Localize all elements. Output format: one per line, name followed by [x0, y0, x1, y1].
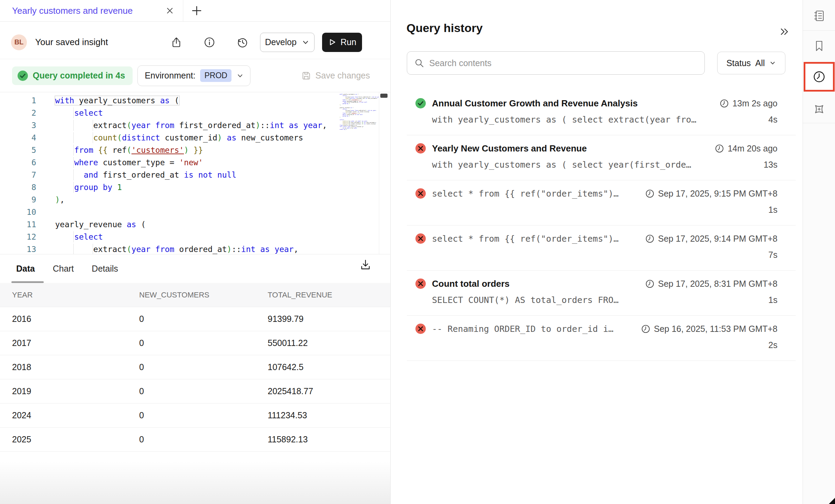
query-history-item[interactable]: Annual Customer Growth and Revenue Analy…: [407, 90, 796, 135]
table-cell: 111234.53: [268, 410, 390, 420]
code-line[interactable]: 2 select: [0, 107, 379, 119]
save-icon: [301, 71, 311, 81]
chevron-down-icon: [301, 38, 310, 46]
code-line[interactable]: 11yearly_revenue as (: [0, 218, 379, 231]
develop-dropdown[interactable]: Develop: [260, 33, 315, 52]
table-header-row: YEARNEW_CUSTOMERSTOTAL_REVENUE: [0, 283, 390, 307]
results-tab-chart[interactable]: Chart: [53, 264, 74, 274]
line-number: 3: [0, 119, 36, 132]
query-history-item[interactable]: select * from {{ ref("order_items")…Sep …: [407, 180, 796, 225]
table-cell: 2019: [12, 386, 139, 396]
resize-handle[interactable]: [829, 498, 835, 504]
table-cell: 2025418.77: [268, 386, 390, 396]
query-status-text: Query completed in 4s: [33, 71, 125, 81]
table-cell: 2016: [12, 314, 139, 324]
column-header: YEAR: [12, 291, 139, 300]
table-row: 201902025418.77: [0, 379, 390, 403]
history-icon: [237, 36, 248, 48]
code-line[interactable]: 13 extract(year from ordered_at)::int as…: [0, 243, 379, 254]
history-search-input[interactable]: [407, 52, 704, 74]
sidebar-bookmarks-button[interactable]: [803, 39, 835, 53]
results-tab-details[interactable]: Details: [92, 264, 118, 274]
code-line[interactable]: 1with yearly_customers as (: [0, 94, 379, 107]
toolbar-icons: [149, 36, 248, 48]
sidebar-explore-button[interactable]: [803, 102, 835, 116]
history-item-time: Sep 16, 2025, 11:53 PM GMT+8: [641, 324, 777, 334]
status-bar: Query completed in 4s Environment: PROD …: [0, 59, 390, 92]
editor-minimap[interactable]: with yearly_customers as ( select extrac…: [340, 94, 379, 253]
table-cell: 2025: [12, 434, 139, 444]
download-icon: [359, 258, 372, 271]
tab-yearly-customers-and-revenue[interactable]: Yearly customers and revenue: [0, 0, 183, 21]
editor-scrollbar-thumb[interactable]: [380, 94, 388, 98]
query-history-panel: Query history Status All Annu: [391, 0, 803, 504]
sidebar-notebook-button[interactable]: [803, 9, 835, 23]
bookmark-icon: [812, 39, 826, 53]
run-button[interactable]: Run: [322, 33, 362, 52]
tab-bar: Yearly customers and revenue: [0, 0, 390, 22]
table-row: 20240111234.53: [0, 403, 390, 428]
develop-label: Develop: [265, 37, 297, 47]
history-item-time: Sep 17, 2025, 9:15 PM GMT+8: [645, 189, 777, 199]
run-label: Run: [341, 37, 357, 47]
code-line[interactable]: 6 where customer_type = 'new': [0, 156, 379, 169]
table-cell: 115892.13: [268, 434, 390, 444]
code-text: count(distinct customer_id) as new_custo…: [36, 132, 303, 144]
environment-selector[interactable]: Environment: PROD: [137, 65, 250, 86]
table-cell: 91399.79: [268, 314, 390, 324]
history-item-duration: 7s: [769, 250, 777, 260]
history-item-time: Sep 17, 2025, 8:31 PM GMT+8: [645, 279, 777, 289]
line-number: 12: [0, 231, 36, 243]
line-number: 1: [0, 94, 36, 107]
history-item-preview: with yearly_customers as ( select extrac…: [432, 115, 762, 125]
tab-close-button[interactable]: [165, 6, 175, 15]
share-icon: [171, 36, 182, 48]
code-text: group by 1: [36, 181, 122, 193]
line-number: 11: [0, 218, 36, 231]
history-item-title: Annual Customer Growth and Revenue Analy…: [432, 98, 714, 109]
code-text: extract(year from first_ordered_at)::int…: [36, 119, 327, 132]
status-filter-dropdown[interactable]: Status All: [717, 52, 785, 74]
code-line[interactable]: 8 group by 1: [0, 181, 379, 193]
history-item-time: Sep 17, 2025, 9:14 PM GMT+8: [645, 234, 777, 244]
query-history-item[interactable]: Count total ordersSep 17, 2025, 8:31 PM …: [407, 271, 796, 316]
new-tab-button[interactable]: [191, 5, 203, 17]
history-item-title: select * from {{ ref("order_items")…: [432, 234, 640, 244]
results-tab-data[interactable]: Data: [16, 264, 35, 274]
notebook-icon: [812, 9, 826, 23]
status-filter-value: All: [755, 58, 765, 68]
sidebar-query-history-button-active[interactable]: [804, 62, 835, 92]
code-line[interactable]: 4 count(distinct customer_id) as new_cus…: [0, 132, 379, 144]
share-button[interactable]: [171, 36, 182, 48]
version-history-button[interactable]: [237, 36, 248, 48]
sql-code-editor[interactable]: 1with yearly_customers as (2 select3 ext…: [0, 92, 379, 254]
query-history-item[interactable]: select * from {{ ref("order_items")…Sep …: [407, 225, 796, 271]
error-x-icon: [415, 143, 426, 154]
query-history-item[interactable]: Yearly New Customers and Revenue14m 20s …: [407, 135, 796, 180]
table-cell: 0: [139, 314, 268, 324]
code-line[interactable]: 12 select: [0, 231, 379, 243]
query-history-list: Annual Customer Growth and Revenue Analy…: [407, 90, 796, 361]
code-text: from {{ ref('customers') }}: [36, 144, 203, 156]
history-item-preview: with yearly_customers as ( select year(f…: [432, 160, 757, 170]
download-results-button[interactable]: [359, 258, 372, 271]
tab-title: Yearly customers and revenue: [12, 6, 165, 16]
table-cell: 0: [139, 338, 268, 348]
code-text: extract(year from ordered_at)::int as ye…: [36, 243, 298, 254]
line-number: 4: [0, 132, 36, 144]
code-line[interactable]: 10: [0, 206, 379, 218]
editor-scrollbar-track[interactable]: [379, 92, 389, 254]
save-changes-button[interactable]: Save changes: [299, 70, 372, 81]
info-button[interactable]: [204, 36, 215, 48]
plus-icon: [191, 5, 203, 17]
history-item-preview: SELECT COUNT(*) AS total_orders FRO…: [432, 295, 762, 305]
right-sidebar: [803, 0, 835, 504]
code-line[interactable]: 9),: [0, 193, 379, 206]
code-line[interactable]: 3 extract(year from first_ordered_at)::i…: [0, 119, 379, 132]
query-history-item[interactable]: -- Renaming ORDER_ID to order_id i…Sep 1…: [407, 316, 796, 361]
collapse-panel-button[interactable]: [779, 26, 790, 37]
clock-icon: [645, 189, 654, 198]
query-status-badge: Query completed in 4s: [12, 66, 133, 85]
code-line[interactable]: 5 from {{ ref('customers') }}: [0, 144, 379, 156]
code-line[interactable]: 7 and first_ordered_at is not null: [0, 169, 379, 181]
